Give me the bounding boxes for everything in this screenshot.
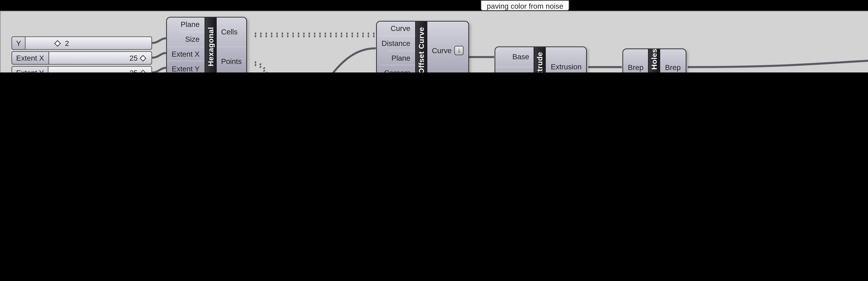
slider-label: Y — [11, 36, 26, 50]
canvas-title: paving color from noise — [481, 0, 569, 11]
component-offset-curve[interactable]: Curve Distance Plane Corners Offset Curv… — [376, 21, 469, 73]
slider-handle[interactable] — [54, 40, 60, 47]
slider-label: Extent X — [11, 51, 49, 65]
port-plane[interactable]: Plane — [387, 50, 415, 65]
slider-extent-x[interactable]: Extent X 25 — [11, 51, 152, 65]
slider-label: Extent Y — [11, 66, 49, 73]
top-bar — [0, 0, 868, 11]
port-size[interactable]: Size — [181, 31, 204, 46]
port-extrusion[interactable]: Extrusion — [546, 47, 586, 73]
slider-extent-y[interactable]: Extent Y 25 — [11, 66, 152, 73]
component-name: Offset Curve — [415, 22, 427, 73]
flatten-icon[interactable]: ↓ — [454, 46, 464, 55]
component-name: Cap Holes — [648, 49, 660, 73]
component-name: Hexagonal — [204, 18, 216, 73]
port-cells[interactable]: Cells — [216, 18, 242, 46]
port-distance[interactable]: Distance — [377, 35, 415, 50]
grasshopper-canvas[interactable]: Y 2 Extent X 25 Extent Y 25 Z 0.5 — [0, 11, 868, 73]
slider-y[interactable]: Y 2 — [11, 36, 152, 50]
port-curve[interactable]: Curve — [386, 22, 415, 35]
port-curve-out[interactable]: Curve ↓ — [427, 22, 469, 73]
slider-track[interactable]: 2 — [26, 36, 152, 50]
slider-handle[interactable] — [140, 69, 147, 73]
port-points[interactable]: Points — [216, 46, 247, 73]
slider-handle[interactable] — [140, 55, 147, 61]
port-brep-in[interactable]: Brep — [623, 49, 648, 73]
port-base[interactable]: Base — [507, 47, 534, 66]
port-extentx[interactable]: Extent X — [167, 46, 204, 61]
component-hexagonal[interactable]: Plane Size Extent X Extent Y Hexagonal C… — [166, 17, 247, 73]
slider-value: 25 — [127, 67, 138, 73]
slider-value: 2 — [62, 37, 69, 49]
port-plane[interactable]: Plane — [176, 18, 204, 31]
component-name: Extrude — [534, 47, 546, 73]
slider-track[interactable]: 25 — [49, 66, 152, 73]
component-cap-holes[interactable]: Brep Cap Holes Brep — [623, 49, 686, 73]
slider-track[interactable]: 25 — [49, 51, 152, 65]
component-extrude[interactable]: Base Direction Extrude Extrusion — [495, 47, 587, 73]
port-direction[interactable]: Direction — [495, 66, 534, 73]
slider-value: 25 — [127, 52, 138, 64]
port-extenty[interactable]: Extent Y — [167, 61, 204, 73]
port-brep-out[interactable]: Brep — [660, 49, 685, 73]
port-corners[interactable]: Corners — [379, 65, 415, 73]
